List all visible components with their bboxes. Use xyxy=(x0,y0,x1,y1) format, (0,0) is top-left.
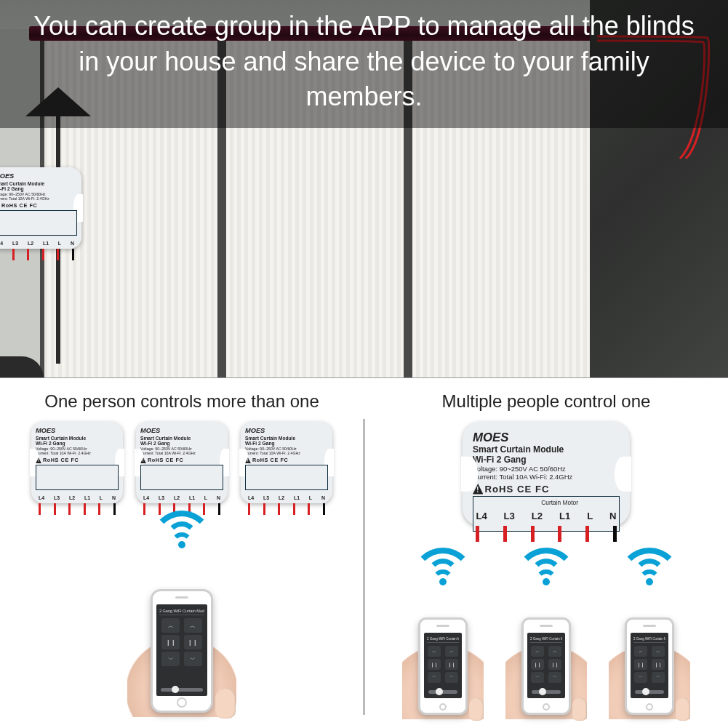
module-title: Smart Curtain Module xyxy=(0,181,77,187)
curtain-module-device: MOES Smart Curtain Module Wi-Fi 2 Gang V… xyxy=(0,167,81,249)
wifi-icon xyxy=(422,548,464,580)
module-title: Smart Curtain Module xyxy=(473,445,620,455)
one-to-many-panel: One person controls more than one MOES S… xyxy=(0,378,364,728)
description-banner: You can create group in the APP to manag… xyxy=(0,0,728,128)
module-subtitle: Wi-Fi 2 Gang xyxy=(0,186,77,192)
home-button-icon xyxy=(543,703,550,711)
close-button: ﹀ xyxy=(184,652,202,666)
module-terminal-labels: L4L3L2L1LN xyxy=(476,511,616,521)
open-button: ︿ xyxy=(161,618,180,633)
right-panel-heading: Multiple people control one xyxy=(442,391,651,412)
many-to-one-panel: Multiple people control one MOES Smart C… xyxy=(364,378,728,728)
open-button: ︿ xyxy=(184,618,202,633)
position-slider xyxy=(161,688,203,692)
module-cert-icons: RoHS CE FC xyxy=(0,203,77,209)
wifi-icon xyxy=(628,548,671,580)
left-panel-heading: One person controls more than one xyxy=(44,391,319,412)
module-wiring-diagram xyxy=(0,210,77,236)
smartphone: 2 Gang WiFi Curtain Module ︿︿ ❙❙❙❙ ﹀﹀ xyxy=(521,617,571,715)
pause-button: ❙❙ xyxy=(161,635,180,649)
home-button-icon xyxy=(439,703,447,711)
wifi-icon xyxy=(156,511,207,548)
app-screen: 2 Gang WiFi Curtain Module ︿︿ ❙❙❙❙ ﹀﹀ xyxy=(527,633,565,698)
curtain-module-device: MOES Smart Curtain Module Wi-Fi 2 Gang V… xyxy=(31,422,123,503)
module-terminal-labels: L4L3L2L1LN xyxy=(0,241,74,247)
module-brand: MOES xyxy=(0,172,77,180)
app-title: 2 Gang WiFi Curtain Module xyxy=(159,607,204,615)
home-button-icon xyxy=(177,697,187,708)
hand-holding-phone: 2 Gang WiFi Curtain Module ︿︿ ❙❙❙❙ ﹀﹀ xyxy=(606,584,693,715)
smartphone: 2 Gang WiFi Curtain Module ︿︿ ❙❙❙❙ ﹀﹀ xyxy=(151,589,213,713)
smartphone: 2 Gang WiFi Curtain Module ︿︿ ❙❙❙❙ ﹀﹀ xyxy=(625,617,674,715)
module-current: Current: Total 10A Wi-Fi: 2.4GHz xyxy=(473,473,620,481)
app-screen: 2 Gang WiFi Curtain Module ︿︿ ❙❙❙❙ ﹀﹀ xyxy=(156,604,207,696)
module-current: Current: Total 10A Wi-Fi: 2.4GHz xyxy=(0,196,77,201)
banner-text: You can create group in the APP to manag… xyxy=(33,11,695,111)
diagram-comparison: One person controls more than one MOES S… xyxy=(0,378,728,728)
app-screen: 2 Gang WiFi Curtain Module ︿︿ ❙❙❙❙ ﹀﹀ xyxy=(631,633,668,698)
module-terminal-wires xyxy=(476,526,616,542)
hero-room-scene: MOES Smart Curtain Module Wi-Fi 2 Gang V… xyxy=(0,0,728,378)
app-screen: 2 Gang WiFi Curtain Module ︿︿ ❙❙❙❙ ﹀﹀ xyxy=(424,633,462,698)
curtain-module-device: MOES Smart Curtain Module Wi-Fi 2 Gang V… xyxy=(463,422,630,526)
curtain-module-device: MOES Smart Curtain Module Wi-Fi 2 Gang V… xyxy=(136,422,228,503)
module-cert-icons: RoHS CE FC xyxy=(473,484,620,495)
module-subtitle: Wi-Fi 2 Gang xyxy=(473,455,620,465)
modules-row: MOES Smart Curtain Module Wi-Fi 2 Gang V… xyxy=(31,422,332,503)
phones-row: 2 Gang WiFi Curtain Module ︿︿ ❙❙❙❙ ﹀﹀ xyxy=(399,548,693,715)
curtain-module-device: MOES Smart Curtain Module Wi-Fi 2 Gang V… xyxy=(241,422,332,503)
hand-holding-phone: 2 Gang WiFi Curtain Module ︿︿ ❙❙❙❙ ﹀﹀ xyxy=(124,553,240,713)
home-button-icon xyxy=(646,703,653,711)
module-brand: MOES xyxy=(473,431,620,444)
smartphone: 2 Gang WiFi Curtain Module ︿︿ ❙❙❙❙ ﹀﹀ xyxy=(418,617,468,715)
hand-holding-phone: 2 Gang WiFi Curtain Module ︿︿ ❙❙❙❙ ﹀﹀ xyxy=(503,584,590,715)
hand-holding-phone: 2 Gang WiFi Curtain Module ︿︿ ❙❙❙❙ ﹀﹀ xyxy=(399,584,487,715)
pause-button: ❙❙ xyxy=(184,635,202,649)
close-button: ﹀ xyxy=(161,652,180,666)
wifi-icon xyxy=(525,548,567,580)
module-terminal-wires xyxy=(0,249,74,260)
